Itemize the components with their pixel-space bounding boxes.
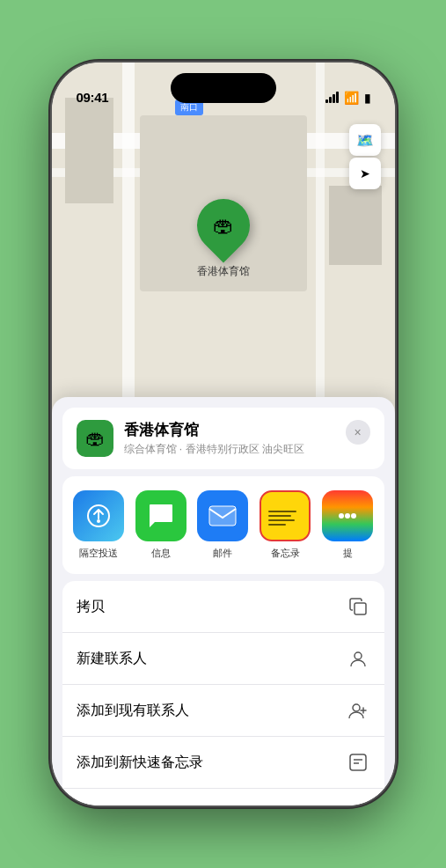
map-type-button[interactable]: 🗺️ (349, 124, 381, 156)
svg-rect-6 (355, 603, 366, 614)
notes-icon (260, 490, 311, 541)
messages-icon (135, 490, 186, 541)
action-quick-note-label: 添加到新快速备忘录 (77, 754, 203, 772)
notes-label: 备忘录 (271, 547, 300, 560)
action-list: 拷贝 新建联系人 (62, 581, 384, 805)
person-icon (346, 646, 370, 671)
map-area[interactable]: 南口 🗺️ ➤ 🏟 香港体育馆 (52, 63, 395, 432)
phone-screen: 09:41 📶 ▮ 南口 (52, 63, 395, 805)
dynamic-island (171, 73, 276, 103)
battery-icon: ▮ (364, 92, 370, 105)
action-quick-note[interactable]: 添加到新快速备忘录 (62, 737, 384, 789)
share-messages[interactable]: 信息 (131, 490, 190, 560)
mail-label: 邮件 (213, 547, 232, 560)
person-add-icon (346, 698, 370, 723)
location-name: 香港体育馆 (124, 420, 335, 440)
copy-icon (346, 594, 370, 619)
bottom-sheet: 🏟 香港体育馆 综合体育馆 · 香港特别行政区 油尖旺区 × (52, 397, 395, 805)
location-info: 香港体育馆 综合体育馆 · 香港特别行政区 油尖旺区 (124, 420, 335, 457)
venue-marker: 🏟 香港体育馆 (197, 199, 250, 279)
status-icons: 📶 ▮ (325, 91, 370, 105)
share-more[interactable]: 提 (318, 490, 377, 560)
print-icon (346, 802, 370, 805)
svg-point-3 (339, 513, 344, 519)
svg-point-4 (345, 513, 350, 519)
phone-frame: 09:41 📶 ▮ 南口 (52, 63, 395, 805)
svg-point-7 (355, 652, 362, 659)
action-print[interactable]: 打印 (62, 789, 384, 805)
venue-map-label: 香港体育馆 (197, 264, 250, 279)
venue-pin: 🏟 (186, 188, 260, 263)
close-button[interactable]: × (346, 420, 370, 445)
venue-pin-icon: 🏟 (213, 213, 234, 238)
svg-rect-9 (350, 754, 366, 770)
svg-point-5 (351, 513, 356, 519)
location-subtitle: 综合体育馆 · 香港特别行政区 油尖旺区 (124, 442, 335, 457)
action-add-existing[interactable]: 添加到现有联系人 (62, 685, 384, 737)
svg-point-8 (353, 704, 360, 711)
location-venue-icon: 🏟 (77, 420, 113, 457)
svg-rect-2 (209, 506, 236, 526)
action-new-contact[interactable]: 新建联系人 (62, 633, 384, 685)
action-copy[interactable]: 拷贝 (62, 581, 384, 633)
action-new-contact-label: 新建联系人 (77, 650, 147, 668)
airdrop-icon (73, 490, 124, 541)
action-print-label: 打印 (77, 805, 105, 806)
airdrop-label: 隔空投送 (79, 547, 118, 560)
share-notes[interactable]: 备忘录 (256, 490, 315, 560)
share-row: 隔空投送 信息 (62, 476, 384, 574)
messages-label: 信息 (151, 547, 171, 560)
mail-icon (197, 490, 248, 541)
wifi-icon: 📶 (344, 91, 359, 105)
share-mail[interactable]: 邮件 (194, 490, 252, 560)
action-add-existing-label: 添加到现有联系人 (77, 702, 189, 720)
signal-icon (325, 92, 339, 103)
action-copy-label: 拷贝 (77, 598, 105, 616)
more-icon (322, 490, 373, 541)
note-icon (346, 750, 370, 775)
map-controls: 🗺️ ➤ (349, 124, 381, 189)
svg-point-1 (97, 519, 100, 523)
more-label: 提 (343, 547, 353, 560)
status-time: 09:41 (77, 90, 109, 105)
share-airdrop[interactable]: 隔空投送 (69, 490, 128, 560)
location-card: 🏟 香港体育馆 综合体育馆 · 香港特别行政区 油尖旺区 × (62, 408, 384, 469)
location-button[interactable]: ➤ (349, 158, 381, 189)
